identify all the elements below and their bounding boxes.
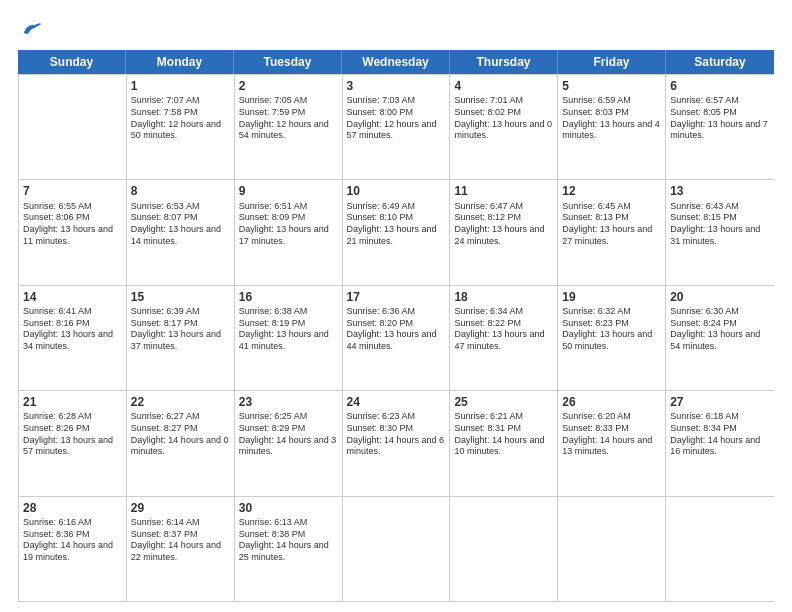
day-number: 3 [347, 78, 446, 94]
calendar-cell: 2Sunrise: 7:05 AM Sunset: 7:59 PM Daylig… [235, 75, 343, 179]
calendar-row: 7Sunrise: 6:55 AM Sunset: 8:06 PM Daylig… [19, 180, 774, 285]
day-number: 14 [23, 289, 122, 305]
calendar-cell: 27Sunrise: 6:18 AM Sunset: 8:34 PM Dayli… [666, 391, 774, 495]
day-number: 4 [454, 78, 553, 94]
calendar-cell: 14Sunrise: 6:41 AM Sunset: 8:16 PM Dayli… [19, 286, 127, 390]
cell-info: Sunrise: 6:38 AM Sunset: 8:19 PM Dayligh… [239, 306, 338, 353]
calendar-cell: 11Sunrise: 6:47 AM Sunset: 8:12 PM Dayli… [450, 180, 558, 284]
weekday-header: Thursday [450, 50, 558, 74]
cell-info: Sunrise: 6:47 AM Sunset: 8:12 PM Dayligh… [454, 201, 553, 248]
calendar-cell [450, 497, 558, 601]
cell-info: Sunrise: 6:13 AM Sunset: 8:38 PM Dayligh… [239, 517, 338, 564]
page: SundayMondayTuesdayWednesdayThursdayFrid… [0, 0, 792, 612]
calendar-cell: 29Sunrise: 6:14 AM Sunset: 8:37 PM Dayli… [127, 497, 235, 601]
calendar-cell: 7Sunrise: 6:55 AM Sunset: 8:06 PM Daylig… [19, 180, 127, 284]
day-number: 1 [131, 78, 230, 94]
day-number: 23 [239, 394, 338, 410]
cell-info: Sunrise: 6:57 AM Sunset: 8:05 PM Dayligh… [670, 95, 770, 142]
day-number: 13 [670, 183, 770, 199]
calendar-cell: 18Sunrise: 6:34 AM Sunset: 8:22 PM Dayli… [450, 286, 558, 390]
cell-info: Sunrise: 6:39 AM Sunset: 8:17 PM Dayligh… [131, 306, 230, 353]
logo-bird-icon [20, 18, 42, 40]
cell-info: Sunrise: 6:14 AM Sunset: 8:37 PM Dayligh… [131, 517, 230, 564]
calendar-cell: 10Sunrise: 6:49 AM Sunset: 8:10 PM Dayli… [343, 180, 451, 284]
cell-info: Sunrise: 6:41 AM Sunset: 8:16 PM Dayligh… [23, 306, 122, 353]
calendar-cell: 16Sunrise: 6:38 AM Sunset: 8:19 PM Dayli… [235, 286, 343, 390]
cell-info: Sunrise: 6:32 AM Sunset: 8:23 PM Dayligh… [562, 306, 661, 353]
cell-info: Sunrise: 6:49 AM Sunset: 8:10 PM Dayligh… [347, 201, 446, 248]
calendar-cell: 19Sunrise: 6:32 AM Sunset: 8:23 PM Dayli… [558, 286, 666, 390]
weekday-header: Monday [126, 50, 234, 74]
cell-info: Sunrise: 6:21 AM Sunset: 8:31 PM Dayligh… [454, 411, 553, 458]
day-number: 11 [454, 183, 553, 199]
cell-info: Sunrise: 6:18 AM Sunset: 8:34 PM Dayligh… [670, 411, 770, 458]
calendar: SundayMondayTuesdayWednesdayThursdayFrid… [18, 50, 774, 602]
weekday-header: Tuesday [234, 50, 342, 74]
cell-info: Sunrise: 6:25 AM Sunset: 8:29 PM Dayligh… [239, 411, 338, 458]
calendar-cell: 20Sunrise: 6:30 AM Sunset: 8:24 PM Dayli… [666, 286, 774, 390]
calendar-cell: 28Sunrise: 6:16 AM Sunset: 8:36 PM Dayli… [19, 497, 127, 601]
weekday-header: Wednesday [342, 50, 450, 74]
cell-info: Sunrise: 7:03 AM Sunset: 8:00 PM Dayligh… [347, 95, 446, 142]
calendar-cell: 30Sunrise: 6:13 AM Sunset: 8:38 PM Dayli… [235, 497, 343, 601]
day-number: 25 [454, 394, 553, 410]
day-number: 7 [23, 183, 122, 199]
day-number: 28 [23, 500, 122, 516]
calendar-row: 14Sunrise: 6:41 AM Sunset: 8:16 PM Dayli… [19, 286, 774, 391]
day-number: 29 [131, 500, 230, 516]
weekday-header: Friday [558, 50, 666, 74]
day-number: 18 [454, 289, 553, 305]
cell-info: Sunrise: 6:55 AM Sunset: 8:06 PM Dayligh… [23, 201, 122, 248]
day-number: 8 [131, 183, 230, 199]
calendar-cell: 21Sunrise: 6:28 AM Sunset: 8:26 PM Dayli… [19, 391, 127, 495]
calendar-cell: 5Sunrise: 6:59 AM Sunset: 8:03 PM Daylig… [558, 75, 666, 179]
calendar-cell: 22Sunrise: 6:27 AM Sunset: 8:27 PM Dayli… [127, 391, 235, 495]
calendar-cell: 26Sunrise: 6:20 AM Sunset: 8:33 PM Dayli… [558, 391, 666, 495]
calendar-cell: 17Sunrise: 6:36 AM Sunset: 8:20 PM Dayli… [343, 286, 451, 390]
calendar-cell: 1Sunrise: 7:07 AM Sunset: 7:58 PM Daylig… [127, 75, 235, 179]
calendar-cell: 8Sunrise: 6:53 AM Sunset: 8:07 PM Daylig… [127, 180, 235, 284]
day-number: 27 [670, 394, 770, 410]
calendar-cell: 4Sunrise: 7:01 AM Sunset: 8:02 PM Daylig… [450, 75, 558, 179]
day-number: 22 [131, 394, 230, 410]
logo [18, 18, 42, 40]
day-number: 9 [239, 183, 338, 199]
weekday-header: Sunday [18, 50, 126, 74]
day-number: 19 [562, 289, 661, 305]
cell-info: Sunrise: 6:45 AM Sunset: 8:13 PM Dayligh… [562, 201, 661, 248]
day-number: 2 [239, 78, 338, 94]
cell-info: Sunrise: 7:07 AM Sunset: 7:58 PM Dayligh… [131, 95, 230, 142]
calendar-cell: 23Sunrise: 6:25 AM Sunset: 8:29 PM Dayli… [235, 391, 343, 495]
cell-info: Sunrise: 6:27 AM Sunset: 8:27 PM Dayligh… [131, 411, 230, 458]
day-number: 6 [670, 78, 770, 94]
calendar-cell: 25Sunrise: 6:21 AM Sunset: 8:31 PM Dayli… [450, 391, 558, 495]
calendar-cell: 24Sunrise: 6:23 AM Sunset: 8:30 PM Dayli… [343, 391, 451, 495]
calendar-row: 21Sunrise: 6:28 AM Sunset: 8:26 PM Dayli… [19, 391, 774, 496]
cell-info: Sunrise: 6:23 AM Sunset: 8:30 PM Dayligh… [347, 411, 446, 458]
header [18, 18, 774, 40]
day-number: 26 [562, 394, 661, 410]
day-number: 12 [562, 183, 661, 199]
calendar-row: 1Sunrise: 7:07 AM Sunset: 7:58 PM Daylig… [19, 75, 774, 180]
weekday-header: Saturday [666, 50, 774, 74]
day-number: 16 [239, 289, 338, 305]
cell-info: Sunrise: 6:53 AM Sunset: 8:07 PM Dayligh… [131, 201, 230, 248]
day-number: 15 [131, 289, 230, 305]
calendar-row: 28Sunrise: 6:16 AM Sunset: 8:36 PM Dayli… [19, 497, 774, 602]
calendar-cell: 3Sunrise: 7:03 AM Sunset: 8:00 PM Daylig… [343, 75, 451, 179]
day-number: 24 [347, 394, 446, 410]
cell-info: Sunrise: 6:16 AM Sunset: 8:36 PM Dayligh… [23, 517, 122, 564]
calendar-cell [558, 497, 666, 601]
cell-info: Sunrise: 6:20 AM Sunset: 8:33 PM Dayligh… [562, 411, 661, 458]
cell-info: Sunrise: 7:01 AM Sunset: 8:02 PM Dayligh… [454, 95, 553, 142]
day-number: 5 [562, 78, 661, 94]
calendar-cell: 13Sunrise: 6:43 AM Sunset: 8:15 PM Dayli… [666, 180, 774, 284]
cell-info: Sunrise: 7:05 AM Sunset: 7:59 PM Dayligh… [239, 95, 338, 142]
day-number: 17 [347, 289, 446, 305]
cell-info: Sunrise: 6:59 AM Sunset: 8:03 PM Dayligh… [562, 95, 661, 142]
cell-info: Sunrise: 6:30 AM Sunset: 8:24 PM Dayligh… [670, 306, 770, 353]
calendar-cell: 6Sunrise: 6:57 AM Sunset: 8:05 PM Daylig… [666, 75, 774, 179]
cell-info: Sunrise: 6:36 AM Sunset: 8:20 PM Dayligh… [347, 306, 446, 353]
cell-info: Sunrise: 6:28 AM Sunset: 8:26 PM Dayligh… [23, 411, 122, 458]
calendar-cell [666, 497, 774, 601]
